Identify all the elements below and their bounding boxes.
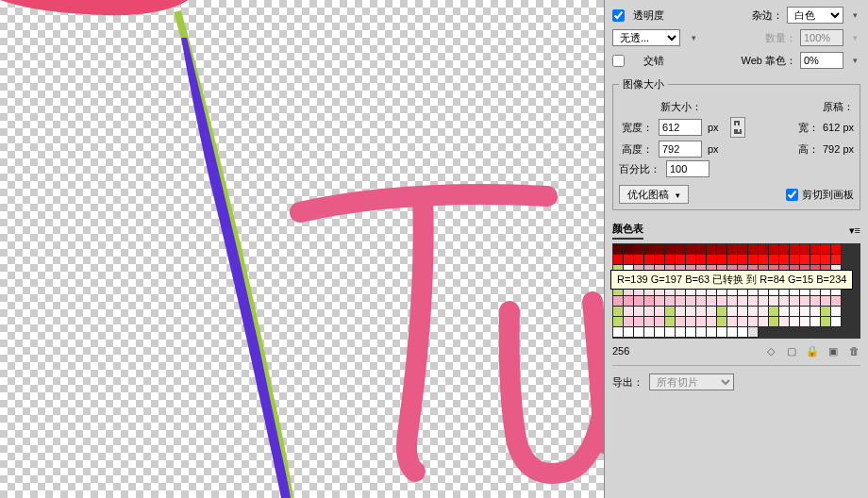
color-swatch[interactable]	[644, 317, 655, 327]
color-swatch[interactable]	[748, 244, 759, 255]
color-swatch[interactable]	[727, 307, 738, 317]
color-swatch[interactable]	[624, 327, 634, 338]
color-swatch[interactable]	[800, 255, 810, 265]
color-swatch[interactable]	[634, 244, 644, 255]
color-swatch[interactable]	[727, 296, 738, 307]
color-swatch[interactable]	[665, 296, 676, 307]
color-swatch[interactable]	[655, 255, 665, 265]
transparency-dither-select[interactable]: 无透...	[612, 29, 680, 46]
width-input[interactable]	[659, 119, 702, 136]
color-swatch[interactable]	[821, 255, 831, 265]
color-swatch[interactable]	[738, 317, 748, 327]
color-swatch[interactable]	[696, 307, 707, 317]
color-swatch[interactable]	[831, 307, 842, 317]
color-swatch[interactable]	[727, 317, 738, 327]
height-input[interactable]	[659, 141, 702, 158]
color-swatch[interactable]	[634, 307, 644, 317]
percent-input[interactable]	[666, 160, 709, 177]
color-swatch[interactable]	[738, 327, 748, 338]
color-swatch[interactable]	[613, 327, 624, 338]
color-swatch[interactable]	[707, 317, 717, 327]
color-swatch[interactable]	[717, 244, 727, 255]
color-swatch[interactable]	[769, 296, 779, 307]
transparency-checkbox[interactable]	[612, 9, 625, 22]
color-swatch[interactable]	[634, 317, 644, 327]
color-swatch[interactable]	[665, 317, 676, 327]
color-swatch[interactable]	[707, 296, 717, 307]
color-swatch[interactable]	[810, 307, 821, 317]
constrain-proportions-button[interactable]	[730, 117, 745, 138]
color-swatch[interactable]	[613, 307, 624, 317]
color-swatch[interactable]	[665, 327, 676, 338]
color-swatch[interactable]	[655, 317, 665, 327]
color-swatch[interactable]	[624, 317, 634, 327]
color-swatch[interactable]	[696, 244, 707, 255]
color-swatch[interactable]	[831, 317, 842, 327]
color-swatch[interactable]	[759, 296, 769, 307]
color-swatch[interactable]	[624, 307, 634, 317]
color-swatch[interactable]	[676, 327, 686, 338]
color-swatch[interactable]	[738, 255, 748, 265]
color-swatch[interactable]	[655, 296, 665, 307]
color-swatch[interactable]	[707, 255, 717, 265]
color-swatch[interactable]	[686, 327, 696, 338]
color-swatch[interactable]	[748, 296, 759, 307]
matte-dropdown-icon[interactable]	[847, 8, 860, 22]
color-swatch[interactable]	[665, 244, 676, 255]
color-swatch[interactable]	[655, 307, 665, 317]
snap-web-icon[interactable]: ◇	[764, 344, 777, 357]
new-swatch-icon[interactable]: ▣	[826, 344, 840, 357]
color-swatch[interactable]	[769, 307, 779, 317]
color-swatch[interactable]	[738, 244, 748, 255]
color-swatch[interactable]	[769, 255, 779, 265]
color-swatch[interactable]	[800, 244, 810, 255]
color-swatch[interactable]	[821, 307, 831, 317]
lock-icon[interactable]: 🔒	[806, 344, 819, 357]
color-swatch[interactable]	[748, 317, 759, 327]
color-swatch[interactable]	[655, 244, 665, 255]
web-snap-dropdown-icon[interactable]	[847, 54, 860, 67]
color-swatch[interactable]	[634, 327, 644, 338]
color-swatch[interactable]	[717, 307, 727, 317]
color-swatch[interactable]	[613, 317, 624, 327]
color-swatch[interactable]	[686, 307, 696, 317]
color-swatch[interactable]	[676, 307, 686, 317]
color-swatch[interactable]	[779, 244, 790, 255]
color-swatch[interactable]	[644, 296, 655, 307]
color-swatch[interactable]	[686, 296, 696, 307]
color-swatch[interactable]	[769, 244, 779, 255]
color-swatch[interactable]	[717, 255, 727, 265]
color-swatch[interactable]	[800, 296, 810, 307]
color-swatch[interactable]	[831, 296, 842, 307]
color-swatch[interactable]	[810, 244, 821, 255]
color-swatch[interactable]	[644, 255, 655, 265]
dither-dropdown-icon[interactable]	[686, 31, 699, 44]
color-swatch[interactable]	[717, 296, 727, 307]
color-swatch[interactable]	[831, 244, 842, 255]
panel-menu-icon[interactable]: ▾≡	[849, 224, 860, 237]
color-swatch[interactable]	[696, 255, 707, 265]
color-swatch[interactable]	[686, 255, 696, 265]
color-swatch[interactable]	[727, 327, 738, 338]
color-swatch[interactable]	[821, 317, 831, 327]
clip-to-artboard-checkbox[interactable]	[786, 189, 798, 201]
color-swatch[interactable]	[624, 255, 634, 265]
color-swatch[interactable]	[790, 317, 800, 327]
color-swatch[interactable]	[634, 255, 644, 265]
color-swatch[interactable]	[790, 307, 800, 317]
color-swatch[interactable]	[810, 255, 821, 265]
color-swatch[interactable]	[779, 317, 790, 327]
color-swatch[interactable]	[759, 255, 769, 265]
color-swatch[interactable]	[696, 327, 707, 338]
web-snap-input[interactable]	[800, 52, 843, 69]
color-swatch[interactable]	[717, 317, 727, 327]
color-swatch[interactable]	[790, 296, 800, 307]
color-swatch[interactable]	[790, 244, 800, 255]
color-swatch[interactable]	[800, 317, 810, 327]
color-swatch[interactable]	[613, 255, 624, 265]
color-swatch[interactable]	[696, 317, 707, 327]
color-swatch[interactable]	[644, 244, 655, 255]
color-swatch[interactable]	[821, 296, 831, 307]
color-swatch[interactable]	[655, 327, 665, 338]
color-swatch[interactable]	[738, 307, 748, 317]
